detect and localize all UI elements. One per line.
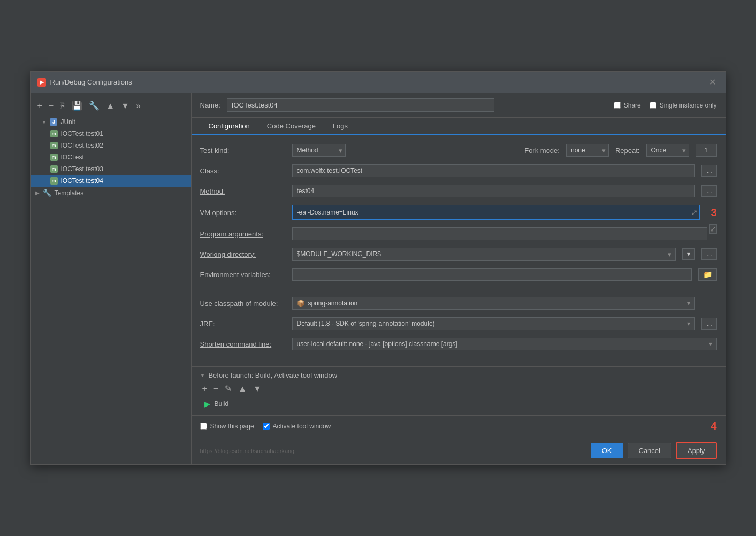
tree-item-ioctest[interactable]: m IOCTest (31, 151, 191, 163)
repeat-select-wrapper: Once (646, 144, 689, 157)
program-args-row: Program arguments: ⤢ (200, 227, 717, 240)
bl-add-button[interactable]: + (200, 383, 209, 395)
shorten-cmd-dropdown-btn[interactable]: ▾ (709, 340, 712, 348)
tree-item-test04[interactable]: m IOCTest.test04 (31, 175, 191, 187)
activate-window-text: Activate tool window (273, 423, 331, 430)
more-button[interactable]: » (134, 100, 143, 112)
tabs: Configuration Code Coverage Logs (192, 118, 726, 135)
test-kind-select-wrapper: Method (292, 144, 346, 157)
share-checkbox[interactable] (614, 102, 621, 109)
class-input[interactable] (292, 164, 696, 177)
move-down-button[interactable]: ▼ (119, 100, 132, 112)
templates-wrench-icon: 🔧 (43, 189, 51, 197)
app-icon: ▶ (37, 78, 46, 87)
bl-build-item: ▶ Build (200, 398, 717, 410)
item-label-test01: IOCTest.test01 (61, 130, 103, 137)
fork-mode-select[interactable]: none (566, 144, 609, 157)
test-kind-row: Test kind: Method Fork mode: none (200, 144, 717, 157)
method-input[interactable] (292, 185, 696, 197)
tree-item-test03[interactable]: m IOCTest.test03 (31, 163, 191, 175)
bl-down-button[interactable]: ▼ (251, 383, 264, 395)
remove-config-button[interactable]: − (47, 100, 56, 112)
jre-label: JRE: (200, 320, 286, 328)
apply-button[interactable]: Apply (676, 442, 717, 459)
module-icon: 📦 (297, 300, 305, 307)
working-dir-input[interactable] (292, 248, 676, 261)
program-args-expand-button[interactable]: ⤢ (709, 224, 717, 234)
working-dir-browse-button[interactable]: ... (701, 248, 716, 260)
method-browse-button[interactable]: ... (701, 185, 716, 197)
tab-code-coverage[interactable]: Code Coverage (258, 118, 324, 135)
annotation-4: 4 (711, 420, 716, 432)
vm-options-row: VM options: ⤢ 3 (200, 205, 717, 220)
repeat-select[interactable]: Once (646, 144, 689, 157)
vm-options-label: VM options: (200, 209, 286, 217)
templates-arrow: ▶ (35, 190, 40, 196)
junit-arrow: ▼ (42, 119, 47, 125)
left-panel: + − ⎘ 💾 🔧 ▲ ▼ » ▼ J JUnit m IOCTest.test… (31, 93, 192, 464)
run-debug-dialog: ▶ Run/Debug Configurations ✕ + − ⎘ 💾 🔧 ▲… (30, 71, 726, 465)
checkbox-group: Share Single instance only (614, 102, 717, 109)
footer: https://blog.csdn.net/suchahaerkang OK C… (192, 437, 726, 464)
test-icon-01: m (50, 130, 58, 137)
working-dir-dropdown[interactable]: ▾ (682, 248, 695, 260)
classpath-dropdown-icon: ▾ (687, 300, 690, 307)
test-icon-02: m (50, 142, 58, 149)
working-dir-select-wrapper (292, 248, 676, 261)
jre-browse-button[interactable]: ... (701, 318, 716, 330)
junit-group[interactable]: ▼ J JUnit (31, 116, 191, 128)
title-bar-left: ▶ Run/Debug Configurations (37, 78, 132, 87)
name-input[interactable] (227, 98, 494, 112)
before-launch-header[interactable]: ▼ Before launch: Build, Activate tool wi… (200, 367, 717, 382)
save-config-button[interactable]: 💾 (70, 99, 85, 112)
class-label: Class: (200, 167, 286, 175)
tree-item-test01[interactable]: m IOCTest.test01 (31, 128, 191, 140)
shorten-cmd-label: Shorten command line: (200, 340, 286, 348)
class-browse-button[interactable]: ... (701, 165, 716, 177)
bl-remove-button[interactable]: − (211, 383, 220, 395)
dialog-title: Run/Debug Configurations (50, 78, 132, 86)
wrench-config-button[interactable]: 🔧 (87, 99, 102, 112)
vm-options-input[interactable] (292, 205, 700, 220)
cancel-button[interactable]: Cancel (628, 443, 671, 458)
show-page-checkbox[interactable] (200, 423, 207, 430)
vm-input-container: ⤢ (292, 205, 700, 220)
env-vars-input[interactable] (292, 268, 692, 281)
working-dir-row: Working directory: ▾ ... (200, 248, 717, 261)
tree-item-test02[interactable]: m IOCTest.test02 (31, 140, 191, 151)
junit-icon: J (50, 118, 57, 126)
env-vars-row: Environment variables: 📁 (200, 268, 717, 281)
item-label-test02: IOCTest.test02 (61, 142, 103, 149)
footer-url: https://blog.csdn.net/suchahaerkang (200, 448, 295, 454)
show-page-text: Show this page (210, 423, 254, 430)
program-args-input[interactable] (292, 227, 707, 240)
vm-expand-button[interactable]: ⤢ (691, 208, 698, 217)
bl-edit-button[interactable]: ✎ (223, 382, 234, 395)
ok-button[interactable]: OK (591, 443, 623, 458)
move-up-button[interactable]: ▲ (104, 100, 117, 112)
test-icon-04: m (50, 177, 58, 185)
add-config-button[interactable]: + (35, 100, 44, 112)
jre-dropdown-btn[interactable]: ▾ (687, 320, 690, 327)
env-vars-browse-button[interactable]: 📁 (698, 268, 717, 281)
tab-logs[interactable]: Logs (324, 118, 356, 135)
env-vars-label: Environment variables: (200, 271, 286, 279)
repeat-num-input[interactable] (696, 144, 717, 157)
test-kind-select[interactable]: Method (292, 144, 346, 157)
copy-config-button[interactable]: ⎘ (58, 100, 67, 112)
tab-configuration[interactable]: Configuration (200, 118, 258, 135)
templates-group[interactable]: ▶ 🔧 Templates (31, 187, 191, 199)
fork-mode-label: Fork mode: (524, 147, 560, 155)
single-instance-checkbox-label: Single instance only (650, 102, 717, 109)
method-label: Method: (200, 187, 286, 195)
fork-mode-select-wrapper: none (566, 144, 609, 157)
bl-up-button[interactable]: ▲ (236, 383, 249, 395)
single-instance-checkbox[interactable] (650, 102, 656, 109)
shorten-cmd-row: Shorten command line: user-local default… (200, 338, 717, 350)
bottom-options: Show this page Activate tool window 4 (192, 415, 726, 437)
activate-window-label: Activate tool window (263, 423, 331, 430)
close-button[interactable]: ✕ (706, 76, 719, 88)
before-launch-arrow: ▼ (200, 372, 205, 378)
activate-window-checkbox[interactable] (263, 423, 270, 430)
test-kind-label: Test kind: (200, 147, 286, 155)
